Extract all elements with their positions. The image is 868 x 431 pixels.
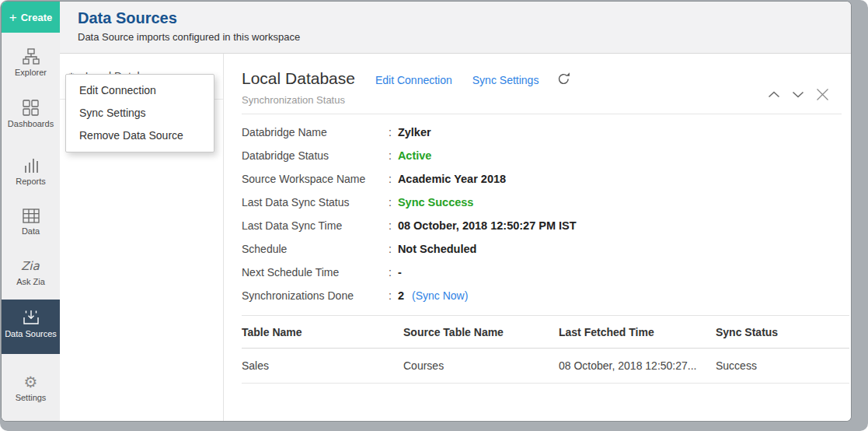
detail-label: Schedule — [242, 243, 389, 255]
detail-row-databridge-name: Databridge Name : Zylker — [242, 121, 835, 144]
detail-title-row: Local Database Edit Connection Sync Sett… — [242, 69, 570, 88]
zia-icon: Zia — [2, 257, 60, 274]
detail-value: Not Scheduled — [398, 243, 477, 255]
table-header-row: Table Name Source Table Name Last Fetche… — [242, 316, 849, 349]
detail-row-synchronizations-done: Synchronizations Done : 2 (Sync Now) — [242, 284, 835, 307]
detail-label: Databridge Status — [242, 149, 389, 162]
sync-details-list: Databridge Name : Zylker Databridge Stat… — [242, 121, 835, 307]
sync-settings-link[interactable]: Sync Settings — [472, 74, 539, 86]
plus-icon: + — [9, 11, 17, 24]
detail-label: Last Data Sync Time — [242, 219, 389, 232]
sidebar-item-reports[interactable]: Reports — [2, 156, 60, 186]
grid-squares-icon — [2, 99, 60, 116]
table-row[interactable]: Sales Courses 08 October, 2018 12:50:27.… — [242, 349, 849, 384]
desktop-background: + Create Explorer — [0, 0, 868, 431]
sidebar-item-settings[interactable]: ⚙ Settings — [2, 373, 60, 402]
edit-connection-link[interactable]: Edit Connection — [375, 74, 452, 86]
cell-source-table-name: Courses — [403, 359, 559, 372]
detail-row-databridge-status: Databridge Status : Active — [242, 144, 835, 167]
cell-last-fetched-time: 08 October, 2018 12:50:27... — [559, 359, 716, 372]
detail-colon: : — [389, 173, 392, 185]
create-button-label: Create — [21, 12, 52, 23]
detail-row-next-schedule: Next Schedule Time : - — [242, 261, 835, 284]
sidebar: + Create Explorer — [2, 2, 61, 421]
page-subtitle: Data Source imports configured in this w… — [78, 31, 300, 43]
sidebar-item-data-sources[interactable]: Data Sources — [2, 300, 60, 354]
close-icon[interactable] — [816, 88, 829, 101]
detail-label: Next Schedule Time — [242, 266, 389, 279]
app-header: Data Sources Data Source imports configu… — [60, 2, 851, 54]
menu-item-edit-connection[interactable]: Edit Connection — [66, 79, 214, 102]
app-window: + Create Explorer — [2, 2, 851, 421]
detail-colon: : — [389, 126, 392, 138]
create-button[interactable]: + Create — [2, 2, 60, 33]
detail-label: Last Data Sync Status — [242, 196, 389, 208]
sidebar-item-label: Ask Zia — [2, 277, 60, 286]
detail-colon: : — [389, 243, 392, 255]
gear-icon: ⚙ — [2, 373, 60, 390]
detail-colon: : — [389, 149, 392, 162]
detail-label: Synchronizations Done — [242, 289, 389, 302]
sidebar-item-label: Explorer — [2, 68, 60, 77]
menu-item-remove-data-source[interactable]: Remove Data Source — [66, 124, 214, 147]
column-header: Last Fetched Time — [559, 326, 716, 338]
detail-row-schedule: Schedule : Not Scheduled — [242, 237, 835, 261]
status-badge: Active — [398, 149, 432, 162]
detail-value: - — [398, 266, 402, 279]
detail-colon: : — [389, 196, 392, 208]
cell-table-name: Sales — [242, 359, 403, 372]
column-header: Source Table Name — [403, 326, 559, 338]
svg-text:Zia: Zia — [21, 259, 40, 273]
cell-sync-status: Success — [716, 359, 849, 372]
bar-chart-icon — [2, 156, 60, 173]
table-grid-icon — [2, 206, 60, 223]
refresh-icon[interactable] — [557, 72, 570, 86]
sidebar-item-dashboards[interactable]: Dashboards — [2, 99, 60, 128]
sidebar-item-explorer[interactable]: Explorer — [2, 47, 60, 77]
data-sources-icon — [2, 309, 60, 326]
page-title: Data Sources — [78, 9, 177, 27]
sidebar-item-ask-zia[interactable]: Zia Ask Zia — [2, 257, 60, 286]
chevron-down-icon[interactable] — [792, 91, 804, 98]
menu-item-sync-settings[interactable]: Sync Settings — [66, 102, 214, 124]
detail-colon: : — [389, 289, 392, 302]
column-header: Table Name — [242, 326, 403, 338]
sidebar-item-label: Data Sources — [2, 329, 60, 338]
panel-title: Local Database — [242, 69, 355, 88]
sidebar-item-label: Data — [2, 226, 60, 236]
detail-value: Zylker — [398, 126, 431, 138]
detail-value: 2 — [398, 289, 404, 302]
detail-value: Academic Year 2018 — [398, 173, 506, 185]
detail-row-last-sync-status: Last Data Sync Status : Sync Success — [242, 191, 835, 214]
detail-label: Databridge Name — [242, 126, 389, 138]
detail-value: 08 October, 2018 12:50:27 PM IST — [398, 219, 577, 232]
detail-colon: : — [389, 219, 392, 232]
sync-table: Table Name Source Table Name Last Fetche… — [242, 315, 849, 384]
status-badge: Sync Success — [398, 196, 474, 208]
sync-status-subtitle: Synchronization Status — [242, 94, 345, 106]
panel-controls — [768, 88, 829, 101]
detail-row-source-workspace: Source Workspace Name : Academic Year 20… — [242, 167, 835, 191]
chevron-up-icon[interactable] — [768, 91, 780, 98]
detail-label: Source Workspace Name — [242, 173, 389, 185]
sidebar-item-label: Settings — [2, 393, 60, 402]
detail-row-last-sync-time: Last Data Sync Time : 08 October, 2018 1… — [242, 214, 835, 237]
sync-now-link[interactable]: (Sync Now) — [412, 289, 468, 302]
sidebar-item-label: Reports — [2, 177, 60, 186]
sidebar-item-label: Dashboards — [2, 119, 60, 128]
divider — [242, 114, 842, 114]
detail-panel: Local Database Edit Connection Sync Sett… — [224, 54, 851, 421]
detail-colon: : — [389, 266, 392, 279]
sidebar-item-data[interactable]: Data — [2, 206, 60, 236]
sitemap-icon — [2, 47, 60, 65]
context-menu: Edit Connection Sync Settings Remove Dat… — [65, 74, 214, 152]
column-header: Sync Status — [716, 326, 849, 338]
